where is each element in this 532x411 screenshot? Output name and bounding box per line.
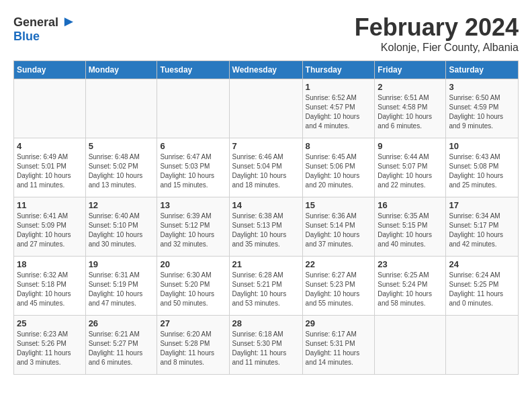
calendar-cell: 6Sunrise: 6:47 AM Sunset: 5:03 PM Daylig…: [157, 138, 229, 197]
logo: General ► Blue: [13, 13, 76, 44]
day-info: Sunrise: 6:31 AM Sunset: 5:19 PM Dayligh…: [89, 271, 154, 308]
day-number: 1: [306, 82, 372, 92]
day-number: 28: [232, 318, 300, 328]
day-number: 21: [232, 259, 300, 269]
day-info: Sunrise: 6:24 AM Sunset: 5:25 PM Dayligh…: [449, 271, 515, 308]
column-header-thursday: Thursday: [302, 61, 375, 79]
day-info: Sunrise: 6:35 AM Sunset: 5:15 PM Dayligh…: [378, 212, 443, 249]
calendar-cell: 16Sunrise: 6:35 AM Sunset: 5:15 PM Dayli…: [375, 197, 446, 257]
day-info: Sunrise: 6:30 AM Sunset: 5:20 PM Dayligh…: [160, 271, 226, 308]
calendar-cell: 17Sunrise: 6:34 AM Sunset: 5:17 PM Dayli…: [446, 197, 519, 257]
day-number: 3: [449, 82, 515, 92]
calendar-week-row: 25Sunrise: 6:23 AM Sunset: 5:26 PM Dayli…: [14, 316, 519, 375]
day-number: 2: [378, 82, 443, 92]
calendar-cell: 7Sunrise: 6:46 AM Sunset: 5:04 PM Daylig…: [229, 138, 302, 197]
calendar-cell: [446, 316, 519, 375]
day-number: 19: [89, 259, 154, 269]
calendar-cell: 29Sunrise: 6:17 AM Sunset: 5:31 PM Dayli…: [302, 316, 375, 375]
calendar-cell: 11Sunrise: 6:41 AM Sunset: 5:09 PM Dayli…: [14, 197, 86, 257]
page-header: General ► Blue February 2024 Kolonje, Fi…: [13, 13, 519, 54]
column-header-tuesday: Tuesday: [157, 61, 229, 79]
calendar-cell: 22Sunrise: 6:27 AM Sunset: 5:23 PM Dayli…: [302, 257, 375, 316]
day-info: Sunrise: 6:36 AM Sunset: 5:14 PM Dayligh…: [306, 212, 372, 249]
calendar-location: Kolonje, Fier County, Albania: [355, 42, 519, 54]
calendar-cell: 19Sunrise: 6:31 AM Sunset: 5:19 PM Dayli…: [85, 257, 157, 316]
day-number: 12: [89, 200, 154, 210]
calendar-cell: 18Sunrise: 6:32 AM Sunset: 5:18 PM Dayli…: [14, 257, 86, 316]
calendar-cell: [375, 316, 446, 375]
logo-text: General ►: [13, 13, 76, 30]
day-info: Sunrise: 6:28 AM Sunset: 5:21 PM Dayligh…: [232, 271, 300, 308]
calendar-cell: 5Sunrise: 6:48 AM Sunset: 5:02 PM Daylig…: [85, 138, 157, 197]
day-number: 13: [160, 200, 226, 210]
day-info: Sunrise: 6:47 AM Sunset: 5:03 PM Dayligh…: [160, 152, 226, 190]
day-number: 15: [306, 200, 372, 210]
day-number: 17: [449, 200, 515, 210]
day-number: 8: [306, 141, 372, 151]
day-number: 23: [378, 259, 443, 269]
calendar-cell: 23Sunrise: 6:25 AM Sunset: 5:24 PM Dayli…: [375, 257, 446, 316]
calendar-cell: 1Sunrise: 6:52 AM Sunset: 4:57 PM Daylig…: [302, 79, 375, 138]
day-info: Sunrise: 6:18 AM Sunset: 5:30 PM Dayligh…: [232, 330, 300, 367]
day-info: Sunrise: 6:52 AM Sunset: 4:57 PM Dayligh…: [306, 93, 372, 131]
calendar-week-row: 4Sunrise: 6:49 AM Sunset: 5:01 PM Daylig…: [14, 138, 519, 197]
calendar-cell: 2Sunrise: 6:51 AM Sunset: 4:58 PM Daylig…: [375, 79, 446, 138]
calendar-table: SundayMondayTuesdayWednesdayThursdayFrid…: [13, 60, 519, 375]
day-info: Sunrise: 6:40 AM Sunset: 5:10 PM Dayligh…: [89, 212, 154, 249]
day-number: 20: [160, 259, 226, 269]
calendar-cell: [157, 79, 229, 138]
day-number: 18: [17, 259, 83, 269]
day-info: Sunrise: 6:32 AM Sunset: 5:18 PM Dayligh…: [17, 271, 83, 308]
calendar-cell: 28Sunrise: 6:18 AM Sunset: 5:30 PM Dayli…: [229, 316, 302, 375]
day-info: Sunrise: 6:21 AM Sunset: 5:27 PM Dayligh…: [89, 330, 154, 367]
column-header-saturday: Saturday: [446, 61, 519, 79]
day-info: Sunrise: 6:44 AM Sunset: 5:07 PM Dayligh…: [378, 152, 443, 190]
day-info: Sunrise: 6:45 AM Sunset: 5:06 PM Dayligh…: [306, 152, 372, 190]
day-info: Sunrise: 6:51 AM Sunset: 4:58 PM Dayligh…: [378, 93, 443, 131]
day-info: Sunrise: 6:41 AM Sunset: 5:09 PM Dayligh…: [17, 212, 83, 249]
day-number: 5: [89, 141, 154, 151]
calendar-cell: 12Sunrise: 6:40 AM Sunset: 5:10 PM Dayli…: [85, 197, 157, 257]
day-info: Sunrise: 6:48 AM Sunset: 5:02 PM Dayligh…: [89, 152, 154, 190]
calendar-week-row: 11Sunrise: 6:41 AM Sunset: 5:09 PM Dayli…: [14, 197, 519, 257]
calendar-cell: 10Sunrise: 6:43 AM Sunset: 5:08 PM Dayli…: [446, 138, 519, 197]
day-info: Sunrise: 6:20 AM Sunset: 5:28 PM Dayligh…: [160, 330, 226, 367]
day-number: 26: [89, 318, 154, 328]
calendar-cell: 27Sunrise: 6:20 AM Sunset: 5:28 PM Dayli…: [157, 316, 229, 375]
calendar-cell: 8Sunrise: 6:45 AM Sunset: 5:06 PM Daylig…: [302, 138, 375, 197]
day-number: 16: [378, 200, 443, 210]
day-info: Sunrise: 6:39 AM Sunset: 5:12 PM Dayligh…: [160, 212, 226, 249]
day-number: 24: [449, 259, 515, 269]
calendar-cell: 20Sunrise: 6:30 AM Sunset: 5:20 PM Dayli…: [157, 257, 229, 316]
calendar-cell: 3Sunrise: 6:50 AM Sunset: 4:59 PM Daylig…: [446, 79, 519, 138]
calendar-cell: 24Sunrise: 6:24 AM Sunset: 5:25 PM Dayli…: [446, 257, 519, 316]
calendar-cell: 14Sunrise: 6:38 AM Sunset: 5:13 PM Dayli…: [229, 197, 302, 257]
calendar-cell: 4Sunrise: 6:49 AM Sunset: 5:01 PM Daylig…: [14, 138, 86, 197]
day-number: 11: [17, 200, 83, 210]
day-info: Sunrise: 6:17 AM Sunset: 5:31 PM Dayligh…: [306, 330, 372, 367]
day-number: 14: [232, 200, 300, 210]
column-header-monday: Monday: [85, 61, 157, 79]
column-header-friday: Friday: [375, 61, 446, 79]
calendar-cell: 9Sunrise: 6:44 AM Sunset: 5:07 PM Daylig…: [375, 138, 446, 197]
day-info: Sunrise: 6:43 AM Sunset: 5:08 PM Dayligh…: [449, 152, 515, 190]
day-info: Sunrise: 6:38 AM Sunset: 5:13 PM Dayligh…: [232, 212, 300, 249]
day-number: 4: [17, 141, 83, 151]
day-info: Sunrise: 6:50 AM Sunset: 4:59 PM Dayligh…: [449, 93, 515, 131]
day-info: Sunrise: 6:25 AM Sunset: 5:24 PM Dayligh…: [378, 271, 443, 308]
day-number: 29: [306, 318, 372, 328]
calendar-title: February 2024: [355, 13, 519, 42]
day-number: 27: [160, 318, 226, 328]
calendar-cell: 21Sunrise: 6:28 AM Sunset: 5:21 PM Dayli…: [229, 257, 302, 316]
calendar-week-row: 1Sunrise: 6:52 AM Sunset: 4:57 PM Daylig…: [14, 79, 519, 138]
calendar-cell: 13Sunrise: 6:39 AM Sunset: 5:12 PM Dayli…: [157, 197, 229, 257]
day-info: Sunrise: 6:46 AM Sunset: 5:04 PM Dayligh…: [232, 152, 300, 190]
calendar-header-row: SundayMondayTuesdayWednesdayThursdayFrid…: [14, 61, 519, 79]
calendar-cell: 25Sunrise: 6:23 AM Sunset: 5:26 PM Dayli…: [14, 316, 86, 375]
calendar-cell: [85, 79, 157, 138]
day-info: Sunrise: 6:27 AM Sunset: 5:23 PM Dayligh…: [306, 271, 372, 308]
calendar-cell: 26Sunrise: 6:21 AM Sunset: 5:27 PM Dayli…: [85, 316, 157, 375]
day-number: 6: [160, 141, 226, 151]
calendar-cell: [229, 79, 302, 138]
day-info: Sunrise: 6:34 AM Sunset: 5:17 PM Dayligh…: [449, 212, 515, 249]
